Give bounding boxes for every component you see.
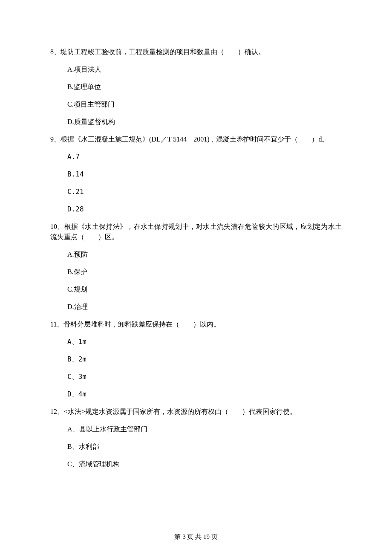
option: C.21	[67, 187, 342, 197]
option: C、3m	[67, 372, 342, 382]
question-9-options: A.7 B.14 C.21 D.28	[50, 152, 342, 214]
option: C.规划	[67, 284, 342, 295]
option: B、水利部	[67, 442, 342, 452]
page-footer: 第 3 页 共 19 页	[0, 532, 392, 542]
question-8-options: A.项目法人 B.监理单位 C.项目主管部门 D.质量监督机构	[50, 64, 342, 127]
question-11-stem: 11、骨料分层堆料时，卸料跌差应保持在（ ）以内。	[50, 319, 342, 330]
option: A.预防	[67, 249, 342, 260]
option: B.保护	[67, 267, 342, 277]
option: A.项目法人	[67, 64, 342, 75]
option: D.28	[67, 204, 342, 214]
option: B.监理单位	[67, 82, 342, 92]
question-12-options: A、县以上水行政主管部门 B、水利部 C、流域管理机构	[50, 424, 342, 469]
option: A、1m	[67, 337, 342, 347]
question-9-stem: 9、根据《水工混凝土施工规范》(DL／T 5144—2001)，混凝土养护时间不…	[50, 134, 342, 145]
option: A.7	[67, 152, 342, 162]
option: B、2m	[67, 354, 342, 364]
option: D.质量监督机构	[67, 117, 342, 127]
question-12-stem: 12、<水法>规定水资源属于国家所有，水资源的所有权由（ ）代表国家行使。	[50, 407, 342, 417]
option: D.治理	[67, 302, 342, 312]
option: B.14	[67, 169, 342, 179]
option: C.项目主管部门	[67, 99, 342, 110]
page-content: 8、堤防工程竣工验收前，工程质量检测的项目和数量由（ ）确认。 A.项目法人 B…	[0, 0, 392, 555]
question-10-stem: 10、根据《水土保持法》，在水土保持规划中，对水土流失潜在危险较大的区域，应划定…	[50, 222, 342, 242]
question-11-options: A、1m B、2m C、3m D、4m	[50, 337, 342, 399]
option: A、县以上水行政主管部门	[67, 424, 342, 434]
question-8-stem: 8、堤防工程竣工验收前，工程质量检测的项目和数量由（ ）确认。	[50, 47, 342, 57]
option: C、流域管理机构	[67, 459, 342, 469]
option: D、4m	[67, 389, 342, 399]
question-10-options: A.预防 B.保护 C.规划 D.治理	[50, 249, 342, 312]
